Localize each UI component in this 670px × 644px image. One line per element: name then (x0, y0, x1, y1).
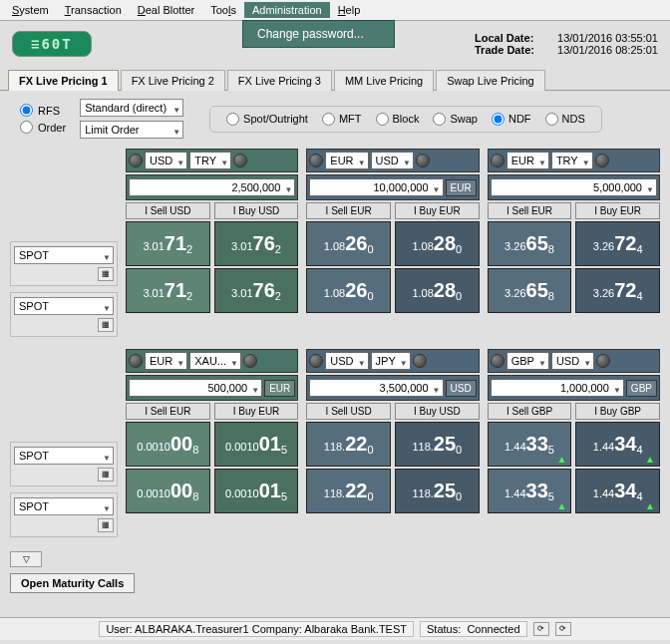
sell-price[interactable]: 1.44335 (488, 422, 572, 467)
ccy1-select[interactable]: USD (325, 352, 368, 370)
ccy1-select[interactable]: GBP (506, 352, 549, 370)
select-order-style[interactable]: Limit Order (80, 121, 183, 139)
buy-price[interactable]: 1.08280 (395, 221, 480, 266)
side-tenor-select[interactable]: SPOT (14, 246, 114, 264)
tab-fx-live-1[interactable]: FX Live Pricing 1 (8, 70, 119, 91)
sell-price[interactable]: 1.08260 (306, 268, 391, 313)
buy-price[interactable]: 1.44344 (575, 422, 660, 467)
amount-input[interactable]: 1,000,000 (491, 379, 624, 397)
ccy2-select[interactable]: USD (551, 352, 594, 370)
ccy1-select[interactable]: EUR (145, 352, 187, 370)
ccy1-select[interactable]: EUR (325, 152, 368, 169)
status-btn-2[interactable]: ⟳ (555, 622, 571, 636)
calendar-icon[interactable]: ▦ (98, 518, 114, 532)
buy-price[interactable]: 0.0010015 (214, 469, 299, 513)
calendar-icon[interactable]: ▦ (98, 468, 114, 482)
buy-price[interactable]: 0.0010015 (214, 422, 299, 467)
amount-input[interactable]: 10,000,000 (309, 178, 443, 196)
tab-fx-live-3[interactable]: FX Live Pricing 3 (227, 70, 332, 91)
ccy2-select[interactable]: XAU... (189, 352, 241, 370)
ccy1-select[interactable]: USD (145, 152, 187, 169)
buy-price[interactable]: 3.01762 (214, 268, 299, 313)
amount-input[interactable]: 5,000,000 (491, 178, 657, 196)
tab-fx-live-2[interactable]: FX Live Pricing 2 (121, 70, 225, 91)
menu-help[interactable]: Help (330, 2, 369, 18)
buy-price[interactable]: 3.26724 (575, 268, 660, 313)
radio-product-spotoutright[interactable]: Spot/Outright (226, 113, 308, 126)
pricing-grid-top: SPOT▦SPOT▦ USDTRY2,500,000I Sell USDI Bu… (0, 143, 670, 343)
menu-tools[interactable]: Tools (202, 2, 244, 18)
settings-icon[interactable] (413, 354, 427, 368)
buy-price[interactable]: 118.250 (395, 469, 480, 513)
expand-down-icon[interactable]: ▽ (10, 551, 42, 567)
menu-administration[interactable]: Administration (244, 2, 330, 18)
sell-price[interactable]: 118.220 (306, 469, 391, 513)
trade-date-label: Trade Date: (475, 44, 554, 56)
side-spot-box: SPOT▦ (10, 292, 118, 337)
settings-icon[interactable] (596, 354, 610, 368)
settings-icon[interactable] (233, 154, 247, 167)
control-row: RFS Order Standard (direct) Limit Order … (0, 91, 670, 143)
refresh-icon[interactable] (309, 154, 323, 167)
pricing-tile-usd-jpy: USDJPY3,500,000USDI Sell USDI Buy USD118… (306, 349, 479, 537)
buy-price[interactable]: 1.44344 (575, 469, 660, 513)
sell-price[interactable]: 3.26658 (488, 221, 572, 266)
sell-price[interactable]: 3.01712 (126, 268, 210, 313)
buy-price[interactable]: 1.08280 (395, 268, 480, 313)
select-rfs-style[interactable]: Standard (direct) (80, 99, 183, 117)
tab-swap-live[interactable]: Swap Live Pricing (436, 70, 544, 91)
sell-price[interactable]: 1.44335 (488, 469, 572, 513)
side-tenor-select[interactable]: SPOT (14, 447, 114, 465)
amount-input[interactable]: 2,500,000 (129, 178, 295, 196)
buy-price[interactable]: 3.01762 (214, 221, 299, 266)
refresh-icon[interactable] (491, 154, 504, 167)
radio-product-swap[interactable]: Swap (433, 113, 478, 126)
settings-icon[interactable] (243, 354, 257, 368)
sell-price[interactable]: 1.08260 (306, 221, 391, 266)
radio-product-ndf[interactable]: NDF (492, 113, 531, 126)
side-tenor-select[interactable]: SPOT (14, 497, 114, 515)
side-spot-box: SPOT▦ (10, 241, 118, 286)
menu-transaction[interactable]: Transaction (57, 2, 130, 18)
ccy2-select[interactable]: USD (371, 152, 414, 169)
buy-price[interactable]: 3.26724 (575, 221, 660, 266)
refresh-icon[interactable] (491, 354, 504, 368)
amount-input[interactable]: 500,000 (129, 379, 262, 397)
open-maturity-calls-button[interactable]: Open Maturity Calls (10, 573, 135, 593)
status-bar: User: ALBARAKA.Treasurer1 Company: Albar… (0, 617, 670, 640)
refresh-icon[interactable] (309, 354, 323, 368)
buy-price[interactable]: 118.250 (395, 422, 480, 467)
radio-product-mft[interactable]: MFT (322, 113, 362, 126)
sell-price[interactable]: 3.26658 (488, 268, 572, 313)
sell-price[interactable]: 3.01712 (126, 221, 210, 266)
tab-mm-live[interactable]: MM Live Pricing (334, 70, 434, 91)
sell-price[interactable]: 0.0010008 (126, 469, 210, 513)
tile-ccy-header: USDJPY (306, 349, 479, 373)
refresh-icon[interactable] (129, 354, 143, 368)
side-spot-box: SPOT▦ (10, 442, 118, 486)
amount-input[interactable]: 3,500,000 (309, 379, 443, 397)
radio-order[interactable]: Order (20, 121, 66, 134)
sell-price[interactable]: 0.0010008 (126, 422, 210, 467)
ccy2-select[interactable]: TRY (551, 152, 593, 169)
radio-product-nds[interactable]: NDS (545, 113, 585, 126)
status-btn-1[interactable]: ⟳ (533, 622, 549, 636)
settings-icon[interactable] (416, 154, 430, 167)
tile-ccy-header: GBPUSD (488, 349, 660, 373)
menu-deal-blotter[interactable]: Deal Blotter (130, 2, 202, 18)
refresh-icon[interactable] (129, 154, 143, 167)
sell-price[interactable]: 118.220 (306, 422, 391, 467)
ccy2-select[interactable]: JPY (371, 352, 411, 370)
tile-ccy-header: EURXAU... (126, 349, 298, 373)
side-tenor-select[interactable]: SPOT (14, 297, 114, 315)
sell-header: I Sell EUR (126, 403, 210, 420)
pricing-tile-eur-try: EURTRY5,000,000I Sell EURI Buy EUR3.2665… (488, 149, 660, 337)
ccy2-select[interactable]: TRY (189, 152, 231, 169)
calendar-icon[interactable]: ▦ (98, 267, 114, 281)
menu-system[interactable]: System (4, 2, 57, 18)
settings-icon[interactable] (595, 154, 609, 167)
ccy1-select[interactable]: EUR (506, 152, 549, 169)
radio-product-block[interactable]: Block (376, 113, 420, 126)
calendar-icon[interactable]: ▦ (98, 318, 114, 332)
radio-rfs[interactable]: RFS (20, 104, 66, 117)
